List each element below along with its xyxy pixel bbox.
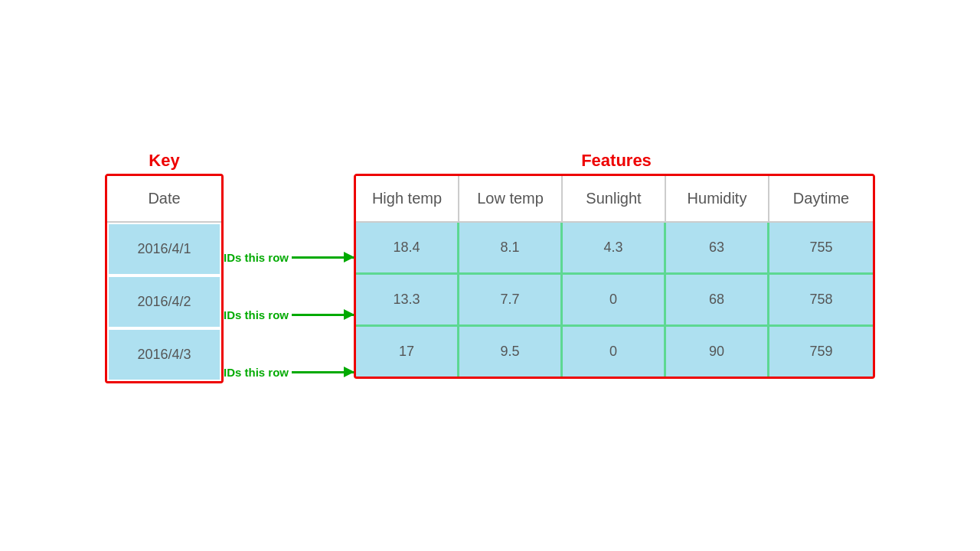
arrow-label-3: IDs this row [224, 366, 289, 379]
feat-cell-r2-humidity: 68 [666, 275, 769, 324]
arrows-area: IDs this row IDs this row IDs this row [224, 174, 354, 401]
key-cell-row2: 2016/4/2 [107, 276, 221, 328]
key-section-label: Key [105, 151, 224, 171]
feat-data-row-2: 13.3 7.7 0 68 758 [356, 275, 873, 327]
feat-cell-r1-low-temp: 8.1 [459, 223, 563, 272]
labels-row: Key Features [105, 151, 875, 171]
feat-cell-r3-high-temp: 17 [356, 327, 459, 377]
feat-cell-r2-sunlight: 0 [563, 275, 666, 324]
tables-row: Date 2016/4/1 2016/4/2 2016/4/3 IDs this… [105, 174, 875, 401]
arrow-line-1 [292, 256, 354, 259]
arrow-row-2: IDs this row [224, 286, 354, 344]
key-table-header: Date [107, 176, 221, 223]
feat-header-humidity: Humidity [666, 176, 769, 221]
feat-cell-r3-humidity: 90 [666, 327, 769, 377]
features-table: High temp Low temp Sunlight Humidity Day… [354, 174, 875, 379]
key-table: Date 2016/4/1 2016/4/2 2016/4/3 [105, 174, 224, 383]
key-cell-row1: 2016/4/1 [107, 223, 221, 276]
feat-header-sunlight: Sunlight [563, 176, 666, 221]
feat-cell-r3-low-temp: 9.5 [459, 327, 563, 377]
feat-data-row-3: 17 9.5 0 90 759 [356, 327, 873, 377]
feat-cell-r2-low-temp: 7.7 [459, 275, 563, 324]
feat-cell-r3-daytime: 759 [769, 327, 873, 377]
feat-cell-r1-daytime: 755 [769, 223, 873, 272]
arrow-line-3 [292, 371, 354, 373]
feat-header-high-temp: High temp [356, 176, 459, 221]
features-header-row: High temp Low temp Sunlight Humidity Day… [356, 176, 873, 223]
arrow-row-1: IDs this row [224, 229, 354, 286]
arrow-line-2 [292, 314, 354, 316]
feat-cell-r1-humidity: 63 [666, 223, 769, 272]
feat-cell-r2-daytime: 758 [769, 275, 873, 324]
features-section-label: Features [358, 151, 875, 171]
feat-header-daytime: Daytime [769, 176, 873, 221]
feat-data-row-1: 18.4 8.1 4.3 63 755 [356, 223, 873, 275]
feat-header-low-temp: Low temp [459, 176, 563, 221]
arrow-label-1: IDs this row [224, 251, 289, 264]
arrow-row-3: IDs this row [224, 344, 354, 401]
feat-cell-r1-high-temp: 18.4 [356, 223, 459, 272]
arrow-label-2: IDs this row [224, 308, 289, 321]
feat-cell-r3-sunlight: 0 [563, 327, 666, 377]
key-cell-row3: 2016/4/3 [107, 328, 221, 381]
diagram: Key Features Date 2016/4/1 2016/4/2 2016… [105, 151, 875, 401]
feat-cell-r2-high-temp: 13.3 [356, 275, 459, 324]
feat-cell-r1-sunlight: 4.3 [563, 223, 666, 272]
